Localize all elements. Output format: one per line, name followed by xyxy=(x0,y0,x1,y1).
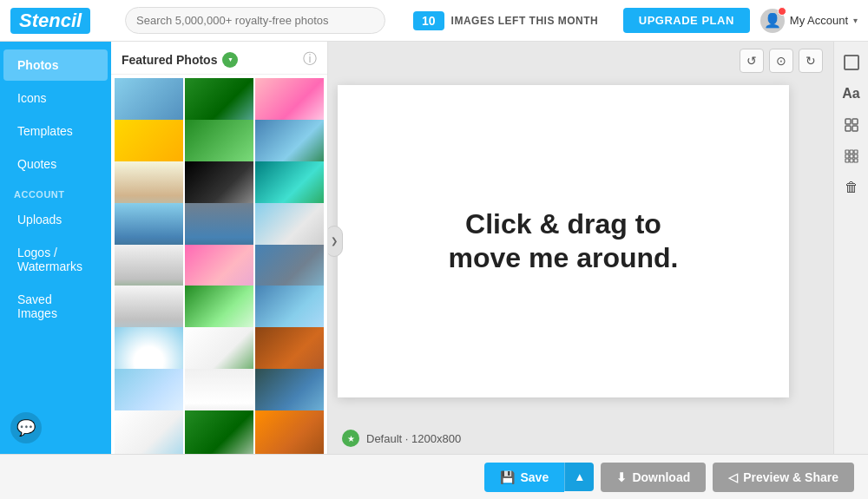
featured-label: Featured Photos xyxy=(122,52,238,68)
layout-tool-button[interactable] xyxy=(838,111,865,139)
photo-thumb[interactable] xyxy=(185,410,253,454)
download-label: Download xyxy=(632,470,690,484)
delete-tool-button[interactable]: 🗑 xyxy=(838,174,865,201)
collapse-panel-button[interactable]: ❯ xyxy=(328,226,343,257)
svg-rect-1 xyxy=(845,56,858,69)
featured-dropdown[interactable] xyxy=(222,52,238,68)
svg-rect-13 xyxy=(850,159,853,162)
undo-button[interactable]: ↺ xyxy=(740,49,764,73)
svg-rect-2 xyxy=(845,119,851,124)
logo: Stencil xyxy=(10,8,90,34)
sidebar-item-icons[interactable]: Icons xyxy=(3,82,108,114)
save-label: Save xyxy=(520,470,549,484)
preview-icon: ◁ xyxy=(728,470,738,484)
svg-rect-3 xyxy=(852,119,858,124)
text-tool-button[interactable]: Aa xyxy=(838,80,865,108)
logo-area: Stencil xyxy=(10,8,115,34)
featured-photos-text: Featured Photos xyxy=(122,53,217,67)
avatar-icon: 👤 xyxy=(764,12,781,29)
svg-rect-7 xyxy=(850,150,853,154)
save-arrow-icon: ▲ xyxy=(574,470,585,483)
photo-grid xyxy=(111,75,327,454)
canvas-preset-icon[interactable] xyxy=(342,430,359,447)
svg-rect-9 xyxy=(845,154,849,158)
svg-rect-11 xyxy=(854,154,858,158)
canvas-area: ↺ ⊙ ↻ Click & drag to move me around. ❯ … xyxy=(328,42,833,454)
photo-thumb[interactable] xyxy=(115,410,183,454)
canvas-placeholder: Click & drag to move me around. xyxy=(449,207,679,274)
svg-rect-6 xyxy=(845,150,849,154)
svg-rect-14 xyxy=(854,159,858,162)
search-input[interactable] xyxy=(125,7,385,34)
images-left-badge: 10 IMAGES LEFT THIS MONTH xyxy=(413,11,598,30)
upgrade-button[interactable]: UPGRADE PLAN xyxy=(623,8,750,33)
images-left-label: IMAGES LEFT THIS MONTH xyxy=(451,15,599,27)
svg-rect-8 xyxy=(854,150,858,154)
image-tool-button[interactable] xyxy=(838,49,865,76)
chat-button[interactable]: 💬 xyxy=(10,412,42,443)
account-area[interactable]: 👤 My Account ▾ xyxy=(760,9,858,33)
canvas-wrapper: Click & drag to move me around. ❯ xyxy=(328,42,833,423)
account-section-label: ACCOUNT xyxy=(0,181,111,203)
main-area: Photos Icons Templates Quotes ACCOUNT Up… xyxy=(0,42,868,454)
canvas-size-label: Default · 1200x800 xyxy=(366,432,461,445)
svg-rect-10 xyxy=(850,154,853,158)
svg-rect-4 xyxy=(845,126,851,131)
save-dropdown-button[interactable]: ▲ xyxy=(564,463,594,491)
right-toolbar: Aa 🗑 xyxy=(833,42,868,454)
header: Stencil 10 IMAGES LEFT THIS MONTH UPGRAD… xyxy=(0,0,868,42)
sidebar-item-templates[interactable]: Templates xyxy=(3,115,108,147)
account-label: My Account xyxy=(790,14,848,27)
sidebar-item-uploads[interactable]: Uploads xyxy=(3,204,108,235)
account-chevron-icon: ▾ xyxy=(853,16,858,25)
preview-share-button[interactable]: ◁ Preview & Share xyxy=(713,463,854,492)
info-icon[interactable]: ⓘ xyxy=(303,50,317,69)
svg-rect-0 xyxy=(845,56,858,69)
preview-label: Preview & Share xyxy=(743,470,838,484)
photo-panel-header: Featured Photos ⓘ xyxy=(111,42,327,75)
photo-panel: Featured Photos ⓘ xyxy=(111,42,328,454)
save-button-group: 💾 Save ▲ xyxy=(484,463,594,492)
grid-tool-button[interactable] xyxy=(838,142,865,170)
canvas-toolbar-top: ↺ ⊙ ↻ xyxy=(740,49,823,73)
redo-button[interactable]: ↻ xyxy=(799,49,823,73)
canvas[interactable]: Click & drag to move me around. ❯ xyxy=(338,85,789,397)
bottom-bar: 💾 Save ▲ ⬇ Download ◁ Preview & Share xyxy=(0,454,868,499)
save-icon: 💾 xyxy=(500,470,515,484)
canvas-text-line2: move me around. xyxy=(449,242,679,273)
sidebar-item-saved-images[interactable]: Saved Images xyxy=(3,284,108,329)
canvas-text-line1: Click & drag to xyxy=(465,208,661,240)
header-right: UPGRADE PLAN 👤 My Account ▾ xyxy=(623,8,858,33)
sidebar-item-photos[interactable]: Photos xyxy=(3,49,108,81)
reset-button[interactable]: ⊙ xyxy=(769,49,793,73)
sidebar-bottom: 💬 xyxy=(0,402,111,454)
photo-thumb[interactable] xyxy=(255,410,324,454)
sidebar-item-logos-watermarks[interactable]: Logos / Watermarks xyxy=(3,237,108,282)
save-button[interactable]: 💾 Save xyxy=(484,463,564,492)
sidebar-item-quotes[interactable]: Quotes xyxy=(3,148,108,180)
download-icon: ⬇ xyxy=(616,470,627,484)
left-sidebar: Photos Icons Templates Quotes ACCOUNT Up… xyxy=(0,42,111,454)
avatar: 👤 xyxy=(760,9,785,33)
search-bar[interactable] xyxy=(125,7,385,34)
svg-rect-5 xyxy=(852,126,858,131)
download-button[interactable]: ⬇ Download xyxy=(601,463,706,492)
notification-dot xyxy=(778,7,786,16)
svg-rect-12 xyxy=(845,159,849,162)
images-count: 10 xyxy=(413,11,444,30)
canvas-bottom-label: Default · 1200x800 xyxy=(328,423,833,454)
